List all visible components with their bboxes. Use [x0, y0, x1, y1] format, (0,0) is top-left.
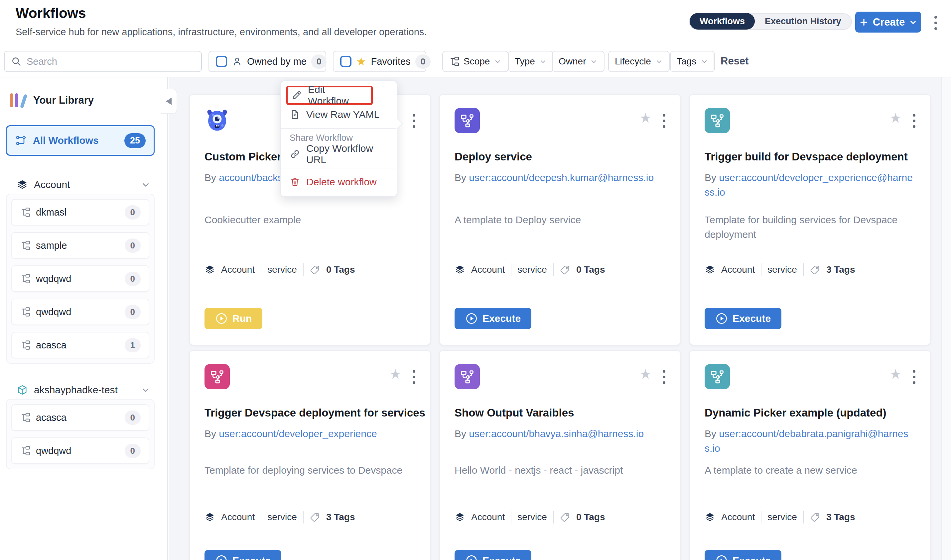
owned-by-me-checkbox[interactable] [216, 56, 227, 67]
menu-item-delete-workflow[interactable]: Delete workflow [286, 172, 391, 192]
card-action-button[interactable]: Execute [705, 550, 781, 560]
favorites-checkbox[interactable] [340, 56, 352, 67]
sidebar-item-all-workflows[interactable]: All Workflows 25 [6, 125, 154, 156]
card-kebab-menu-button[interactable] [662, 369, 666, 385]
workflow-icon [15, 134, 27, 146]
card-tags: 0 Tags [576, 265, 605, 275]
author-link[interactable]: user:account/debabrata.panigrahi@harness… [705, 428, 908, 454]
sidebar-group-header[interactable]: akshayphadke-test [6, 382, 154, 398]
card-footer: Account service 0 Tags [455, 263, 605, 276]
sidebar-item[interactable]: acasca 1 [11, 332, 149, 358]
card-kebab-menu-button[interactable] [412, 113, 416, 129]
library-title: Your Library [33, 94, 94, 106]
sidebar: Your Library All Workflows 25 Account dk… [0, 77, 168, 560]
count-badge: 0 [125, 411, 140, 425]
card-type: service [267, 512, 297, 523]
workflow-card: ★ Trigger Devspace deployment for servic… [189, 350, 431, 560]
sidebar-group-items: dkmasl 0 sample 0 wqdqwd 0 qwdqwd 0 acas… [6, 194, 154, 364]
sidebar-item-label: dkmasl [36, 207, 66, 218]
chevron-down-icon [655, 57, 663, 65]
layers-icon [455, 265, 465, 275]
card-action-button[interactable]: Execute [204, 550, 281, 560]
favorites-count: 0 [415, 54, 431, 69]
sidebar-item[interactable]: dkmasl 0 [11, 199, 149, 226]
sidebar-item[interactable]: sample 0 [11, 232, 149, 259]
byline-prefix: By [705, 172, 719, 183]
tags-dropdown[interactable]: Tags [670, 51, 715, 72]
card-action-label: Execute [482, 555, 521, 560]
flowchart-icon [460, 369, 475, 384]
menu-item-copy-workflow-url[interactable]: Copy Workflow URL [286, 145, 391, 164]
sidebar-group: Account dkmasl 0 sample 0 wqdqwd 0 qwdqw… [6, 177, 154, 364]
author-link[interactable]: user:account/deepesh.kumar@harness.io [469, 172, 654, 183]
flowchart-icon [710, 113, 725, 128]
star-icon: ★ [356, 56, 366, 67]
author-link[interactable]: user:account/developer_experience [219, 428, 377, 439]
lifecycle-dropdown[interactable]: Lifecycle [608, 51, 670, 72]
sidebar-collapse-button[interactable] [161, 89, 177, 114]
all-workflows-count: 25 [124, 133, 146, 148]
card-scope: Account [471, 265, 505, 275]
scope-dropdown[interactable]: Scope [442, 51, 508, 72]
card-footer: Account service 3 Tags [705, 511, 855, 523]
filter-divider [713, 52, 714, 71]
sidebar-group-header[interactable]: Account [6, 177, 154, 192]
card-action-label: Execute [232, 555, 271, 560]
pencil-icon [291, 90, 302, 101]
favorite-star-icon[interactable]: ★ [389, 367, 401, 381]
card-description: Template for deploying services to Devsp… [204, 463, 414, 478]
favorites-label: Favorites [371, 56, 410, 67]
owner-dropdown[interactable]: Owner [552, 51, 605, 72]
owned-by-me-filter[interactable]: Owned by me 0 [208, 51, 326, 72]
card-action-button[interactable]: Execute [455, 308, 531, 329]
workflow-tile-icon [455, 364, 480, 389]
author-link[interactable]: account/backs [219, 172, 283, 183]
card-tags: 3 Tags [826, 512, 855, 523]
card-action-button[interactable]: Execute [455, 550, 531, 560]
tag-icon [310, 512, 320, 523]
menu-item-view-raw-yaml[interactable]: View Raw YAML [286, 105, 391, 124]
count-badge: 0 [125, 444, 140, 458]
card-action-label: Run [232, 313, 252, 324]
sidebar-item[interactable]: acasca 0 [11, 404, 149, 431]
chevron-down-icon[interactable] [140, 385, 151, 395]
tab-workflows[interactable]: Workflows [690, 13, 755, 29]
menu-item-edit-workflow[interactable]: Edit Workflow [286, 86, 373, 105]
favorites-filter[interactable]: ★ Favorites 0 [333, 51, 426, 72]
vertical-scrollbar[interactable] [941, 77, 951, 560]
hierarchy-icon [20, 412, 31, 423]
tab-execution-history[interactable]: Execution History [755, 13, 851, 29]
sidebar-group-items: acasca 0 qwdqwd 0 [6, 399, 154, 469]
card-action-button[interactable]: Run [204, 308, 262, 329]
card-kebab-menu-button[interactable] [662, 113, 666, 129]
favorite-star-icon[interactable]: ★ [639, 367, 651, 381]
favorite-star-icon[interactable]: ★ [639, 111, 651, 125]
flowchart-icon [210, 369, 225, 384]
card-kebab-menu-button[interactable] [412, 369, 416, 385]
collapse-left-icon [166, 98, 171, 105]
sidebar-item[interactable]: qwdqwd 0 [11, 298, 149, 325]
create-button[interactable]: Create [855, 12, 921, 32]
chevron-down-icon[interactable] [140, 180, 151, 190]
type-dropdown[interactable]: Type [508, 51, 554, 72]
page-kebab-menu-button[interactable] [933, 15, 939, 31]
search-input[interactable] [26, 56, 195, 67]
card-kebab-menu-button[interactable] [912, 369, 916, 385]
card-action-button[interactable]: Execute [705, 308, 781, 329]
card-action-label: Execute [482, 313, 521, 324]
card-kebab-menu-button[interactable] [912, 113, 916, 129]
card-description: A template to create a new service [705, 463, 914, 478]
author-link[interactable]: user:account/developer_experience@harnes… [705, 172, 913, 198]
card-byline: By user:account/bhavya.sinha@harness.io [455, 426, 663, 441]
sidebar-item[interactable]: wqdqwd 0 [11, 265, 149, 292]
author-link[interactable]: user:account/bhavya.sinha@harness.io [469, 428, 644, 439]
layers-icon [204, 512, 215, 523]
card-title: Dynamic Picker example (updated) [705, 406, 917, 419]
favorite-star-icon[interactable]: ★ [889, 111, 902, 125]
favorite-star-icon[interactable]: ★ [889, 367, 902, 381]
reset-filters-button[interactable]: Reset [721, 55, 749, 67]
card-byline: By user:account/deepesh.kumar@harness.io [455, 171, 663, 185]
chevron-down-icon [590, 57, 598, 65]
sidebar-item[interactable]: qwdqwd 0 [11, 437, 149, 464]
card-type: service [267, 265, 297, 275]
